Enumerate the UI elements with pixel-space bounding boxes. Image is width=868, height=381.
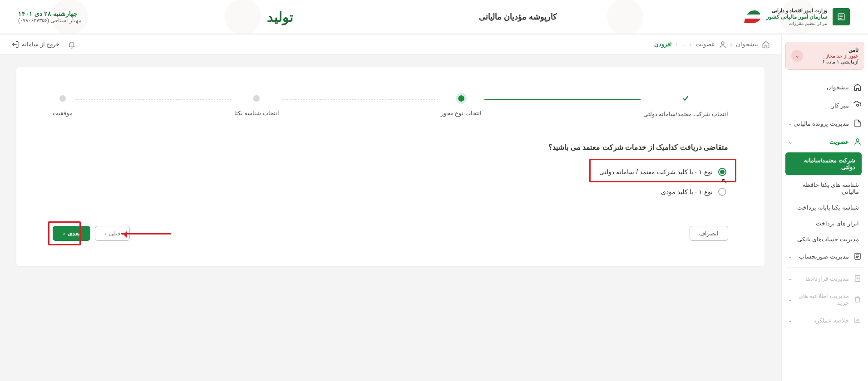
svg-point-1 — [857, 104, 859, 107]
step-3: انتخاب شناسه یکتا — [234, 95, 279, 117]
org-logo-icon — [833, 8, 850, 25]
sidebar-item-label: ابزار های پرداخت — [816, 220, 859, 227]
contract-icon — [853, 274, 862, 283]
person-icon — [719, 40, 727, 49]
sidebar-item-dashboard[interactable]: پیشخوان — [782, 78, 868, 96]
sidebar-item-label: میز کار — [832, 102, 849, 109]
header-user: مهیار استاجی (۰۷۸۰۶۳۷۳۵۶) — [18, 17, 81, 24]
logout-icon — [11, 40, 19, 49]
brand-block: وزارت امور اقتصاد و دارایی سازمان امور م… — [743, 7, 850, 27]
button-label: قبلی — [109, 230, 120, 237]
radio-option-user-key[interactable]: نوع ۱ - با کلید مودی — [659, 185, 728, 199]
main-area: پیشخوان › عضویت › ... › افزودن خروج از س… — [0, 34, 781, 381]
option-label: نوع ۱ - با کلید مودی — [661, 188, 713, 195]
logout-label: خروج از سامانه — [22, 41, 59, 48]
alert-card[interactable]: ثامن عبور از حد مجاز آزمایشی ۱ ماده ۶ ⌄ — [785, 42, 864, 70]
chevron-down-icon: ⌄ — [788, 296, 793, 303]
chevron-up-icon: ⌃ — [788, 138, 793, 145]
wizard-question: متقاضی دریافت کدامیک از خدمات شرکت معتمد… — [53, 143, 728, 151]
alert-status: عبور از حد مجاز — [822, 53, 858, 59]
svg-point-5 — [721, 42, 724, 44]
alert-sub: آزمایشی ۱ ماده ۶ — [822, 59, 858, 65]
file-icon — [853, 119, 862, 127]
home-icon — [853, 83, 862, 91]
crumb-membership[interactable]: عضویت — [695, 41, 715, 48]
step-bar — [484, 99, 641, 100]
org-line1: وزارت امور اقتصاد و دارایی — [766, 7, 827, 14]
sidebar-subitem-uids[interactable]: شناسه های یکتا حافظه مالیاتی — [782, 177, 865, 200]
step-dot — [59, 95, 66, 102]
step-label: انتخاب نوع مجوز — [441, 110, 482, 117]
sidebar-item-docs[interactable]: مدیریت پرونده مالیاتی ⌄ — [782, 114, 868, 132]
sidebar-item-label: مدیریت صورتحساب — [799, 253, 849, 260]
chevron-down-icon: ⌄ — [788, 317, 793, 323]
person-icon — [853, 137, 862, 146]
sidebar-subitem-paytools[interactable]: ابزار های پرداخت — [782, 215, 865, 231]
chevron-down-icon: ⌄ — [788, 253, 793, 259]
header-date: چهارشنبه ۲۸ دی ۱۴۰۱ — [18, 10, 81, 17]
cancel-button[interactable]: انصراف — [690, 226, 728, 241]
sidebar-item-desk[interactable]: میز کار — [782, 96, 868, 114]
sidebar-subitem-bank[interactable]: مدیریت حساب‌های بانکی — [782, 231, 865, 247]
bell-icon[interactable] — [68, 40, 76, 49]
org-line2: سازمان امور مالیاتی کشور — [766, 14, 827, 21]
crumb-add[interactable]: افزودن — [654, 41, 672, 48]
annotation-arrow — [121, 233, 171, 234]
crumb-ellipsis: ... — [681, 41, 686, 48]
option-label: نوع ۱ - با کلید شرکت معتمد / سامانه دولت… — [599, 168, 713, 176]
sidebar-item-invoice[interactable]: مدیریت صورتحساب ⌄ — [782, 247, 868, 265]
step-label: موفقیت — [53, 110, 73, 117]
home-icon — [762, 40, 770, 49]
next-button[interactable]: بعدی ‹ — [53, 226, 90, 241]
logout-button[interactable]: خروج از سامانه — [11, 40, 59, 49]
chart-icon — [853, 316, 862, 324]
org-line3: مرکز تنظیم مقررات — [766, 20, 827, 26]
chevron-right-icon: › — [104, 230, 106, 237]
check-icon — [681, 94, 690, 103]
receipt-icon — [853, 252, 862, 260]
sidebar-item-label: شناسه یکتا پایانه پرداخت — [797, 204, 859, 211]
svg-point-2 — [856, 139, 859, 142]
sidebar-item-contracts[interactable]: مدیریت قراردادها ⌄ — [782, 269, 868, 288]
chevron-down-icon: ⌄ — [788, 275, 793, 282]
button-label: بعدی — [68, 230, 80, 237]
step-bar — [75, 99, 232, 100]
crumb-home[interactable]: پیشخوان — [736, 41, 758, 48]
step-dot — [253, 95, 260, 102]
sidebar-item-label: مدیریت حساب‌های بانکی — [797, 236, 859, 243]
bag-icon — [853, 295, 862, 303]
gear-icon — [853, 101, 862, 109]
radio-icon — [718, 168, 726, 176]
button-label: انصراف — [699, 230, 719, 237]
wizard-card: انتخاب شرکت معتمد/سامانه دولتی انتخاب نو… — [16, 67, 764, 266]
chevron-down-icon: ⌄ — [791, 50, 803, 62]
chevron-down-icon: ⌄ — [788, 120, 793, 127]
chevron-left-icon: ‹ — [63, 230, 65, 237]
sidebar-item-label: مدیریت پرونده مالیاتی — [794, 120, 849, 127]
radio-option-trusted-key[interactable]: نوع ۱ - با کلید شرکت معتمد / سامانه دولت… — [597, 165, 728, 179]
sidebar-item-label: مدیریت قراردادها — [805, 275, 849, 282]
sidebar-item-membership[interactable]: عضویت ⌃ — [782, 132, 868, 151]
sidebar-item-label: مدیریت اطلاعیه های خرید — [793, 293, 849, 306]
sidebar-item-label: خلاصه عملکرد — [814, 317, 849, 324]
step-4: موفقیت — [53, 95, 73, 117]
sidebar-item-label: پیشخوان — [827, 84, 849, 91]
breadcrumb: پیشخوان › عضویت › ... › افزودن — [654, 40, 770, 49]
sidebar-item-purchase[interactable]: مدیریت اطلاعیه های خرید ⌄ — [782, 288, 868, 311]
toulid-logo: تولید — [267, 9, 293, 25]
step-label: انتخاب شرکت معتمد/سامانه دولتی — [643, 111, 728, 117]
stepper: انتخاب شرکت معتمد/سامانه دولتی انتخاب نو… — [53, 94, 728, 117]
sidebar-subitem-payuid[interactable]: شناسه یکتا پایانه پرداخت — [782, 200, 865, 215]
step-label: انتخاب شناسه یکتا — [234, 110, 279, 117]
sidebar-item-label: عضویت — [829, 138, 849, 145]
sidebar: ثامن عبور از حد مجاز آزمایشی ۱ ماده ۶ ⌄ … — [781, 34, 868, 381]
sidebar-subitem-trusted[interactable]: شرکت معتمد/سامانه دولتی — [785, 152, 862, 175]
user-block: چهارشنبه ۲۸ دی ۱۴۰۱ مهیار استاجی (۰۷۸۰۶۳… — [18, 10, 81, 24]
app-title: کارپوشه مؤدیان مالیاتی — [479, 12, 557, 22]
sidebar-item-label: شناسه های یکتا حافظه مالیاتی — [788, 181, 859, 195]
alert-title: ثامن — [822, 47, 858, 53]
top-bar: وزارت امور اقتصاد و دارایی سازمان امور م… — [0, 0, 868, 34]
step-dot-current — [458, 95, 464, 102]
sidebar-item-summary[interactable]: خلاصه عملکرد ⌄ — [782, 311, 868, 329]
step-2-current: انتخاب نوع مجوز — [441, 95, 482, 117]
